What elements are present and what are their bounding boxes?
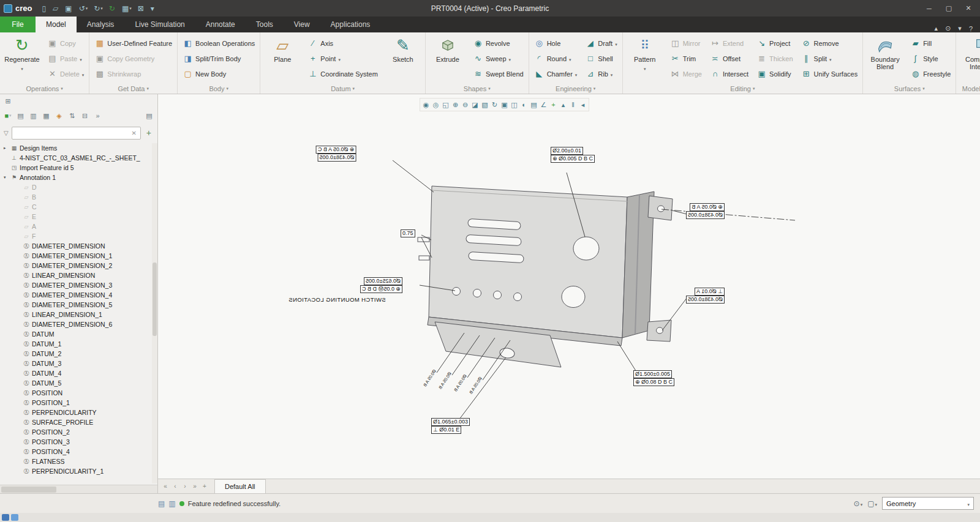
close-button[interactable]: ✕ — [960, 3, 976, 14]
save-button[interactable]: ▣ — [62, 2, 75, 15]
help-button[interactable]: ? — [969, 25, 973, 32]
first-view-button[interactable]: « — [160, 481, 170, 492]
group-label-editing[interactable]: Editing — [626, 84, 859, 94]
named-views-button[interactable]: ▣ — [500, 99, 509, 110]
tree-item-annotation[interactable]: Ⓐ DATUM_4 — [0, 368, 157, 378]
tree-item-annotation[interactable]: Ⓐ POSITION_3 — [0, 437, 157, 447]
group-label-engineering[interactable]: Engineering — [532, 84, 619, 94]
options-dropdown-button[interactable]: ▾ — [958, 24, 962, 32]
tree-item-datum-d[interactable]: ▱ D — [0, 182, 157, 192]
shell-button[interactable]: □Shell — [583, 51, 619, 66]
draft-button[interactable]: ◢Draft — [583, 35, 619, 51]
exit-button[interactable]: ◂ — [578, 99, 587, 110]
gdt-annotation[interactable]: ⊕ Ø0.05 A B Ø0.438±0.005 — [686, 203, 725, 219]
tree-item-datum-b[interactable]: ▱ B — [0, 192, 157, 202]
copy-geometry-button[interactable]: ▣Copy Geometry — [92, 51, 174, 66]
tab-model[interactable]: Model — [36, 17, 77, 32]
fill-button[interactable]: ▰Fill — [908, 35, 952, 51]
tree-item-datum-f[interactable]: ▱ F — [0, 231, 157, 241]
tree-item-annotation[interactable]: Ⓐ PERPENDICULARITY — [0, 408, 157, 417]
gdt-annotation[interactable]: Ø1.500±0.005 ⊕ Ø0.08 D B C — [633, 370, 674, 386]
tree-item-annotation[interactable]: Ⓐ FLATNESS — [0, 457, 157, 466]
datum-display-button[interactable]: ▤ — [529, 99, 538, 110]
window-gallery-button[interactable]: ▦▾ — [119, 2, 134, 15]
tree-vertical-scrollbar[interactable] — [152, 143, 157, 483]
plane-button[interactable]: ▱ Plane — [263, 34, 301, 63]
revolve-button[interactable]: ◉Revolve — [471, 35, 526, 51]
split-trim-body-button[interactable]: ◨Split/Trim Body — [181, 51, 257, 66]
chamfer-button[interactable]: ◣Chamfer — [532, 66, 579, 81]
remove-button[interactable]: ⊘Remove — [799, 35, 860, 51]
thicken-button[interactable]: ≣Thicken — [755, 51, 795, 66]
boundary-blend-button[interactable]: Boundary Blend — [866, 34, 904, 70]
mirror-button[interactable]: ◫Mirror — [668, 35, 704, 51]
tab-view[interactable]: View — [284, 17, 320, 32]
group-label-get-data[interactable]: Get Data — [92, 84, 174, 94]
tree-item-annotation[interactable]: Ⓐ DIAMETER_DIMENSION — [0, 241, 157, 251]
dimension-annotation[interactable]: 0.75 — [401, 229, 415, 237]
clear-search-icon[interactable]: ✕ — [130, 130, 137, 136]
cop​y-button[interactable]: ▣Copy — [45, 35, 86, 51]
tree-more-button[interactable]: » — [92, 110, 104, 122]
rib-button[interactable]: ⊿Rib — [583, 66, 619, 81]
tab-file[interactable]: File — [0, 17, 36, 32]
offset-button[interactable]: ≍Offset — [708, 51, 750, 66]
taskbar-app-icon[interactable] — [11, 514, 18, 521]
extend-button[interactable]: ↦Extend — [708, 35, 750, 51]
tree-item-annotation[interactable]: Ⓐ POSITION_1 — [0, 398, 157, 408]
tab-live-simulation[interactable]: Live Simulation — [124, 17, 195, 32]
round-button[interactable]: ◜Round — [532, 51, 579, 66]
tree-display-button[interactable]: ▤ — [15, 110, 26, 122]
tree-item-annotation[interactable]: Ⓐ DATUM_2 — [0, 349, 157, 359]
add-filter-button[interactable]: + — [144, 128, 154, 138]
trim-button[interactable]: ✂Trim — [668, 51, 704, 66]
delete-button[interactable]: ✕Delete — [45, 66, 86, 81]
tree-search-input[interactable] — [15, 129, 130, 136]
gdt-annotation[interactable]: Ø0.625±0.005 ⊕ 0.05Ⓜ D B C — [360, 277, 402, 293]
group-label-body[interactable]: Body — [181, 84, 257, 94]
tree-item-annotation[interactable]: Ⓐ LINEAR_DIMENSION — [0, 270, 157, 280]
hole-button[interactable]: ◎Hole — [532, 35, 579, 51]
repaint-button[interactable]: ◪ — [470, 99, 480, 110]
filter-funnel-icon[interactable]: ▽ — [4, 130, 9, 136]
tree-item-annotation[interactable]: Ⓐ DIAMETER_DIMENSION_6 — [0, 319, 157, 329]
tree-item-annotation-1[interactable]: ▾ ⚑ Annotation 1 — [0, 173, 157, 182]
tree-columns-button[interactable]: ▥ — [28, 110, 39, 122]
user-defined-feature-button[interactable]: ▦User-Defined Feature — [92, 35, 174, 51]
paste-button[interactable]: ▤Paste — [45, 51, 86, 66]
model-tree-select-button[interactable]: ■▾ — [2, 110, 13, 122]
tree-item-datum-a[interactable]: ▱ A — [0, 222, 157, 231]
tree-item-annotation[interactable]: Ⓐ DATUM — [0, 329, 157, 339]
taskbar-app-icon[interactable] — [2, 514, 9, 521]
group-label-datum[interactable]: Datum — [263, 84, 422, 94]
tab-tools[interactable]: Tools — [246, 17, 284, 32]
tree-item-import-feature[interactable]: ◳ Import Feature id 5 — [0, 163, 157, 173]
coordinate-system-button[interactable]: ⊥Coordinate System — [306, 66, 380, 81]
style-button[interactable]: ∫Style — [908, 51, 952, 66]
tree-item-annotation[interactable]: Ⓐ DIAMETER_DIMENSION_5 — [0, 300, 157, 310]
zoom-region-button[interactable]: ◱ — [441, 99, 450, 110]
tree-grid-button[interactable]: ▦ — [41, 110, 52, 122]
status-panel-icon[interactable]: ▤ — [158, 499, 165, 508]
tree-item-datum-c[interactable]: ▱ C — [0, 202, 157, 212]
sweep-button[interactable]: ∿Sweep — [471, 51, 526, 66]
group-label-model-intent[interactable]: Model Intent — [959, 84, 980, 94]
tree-shield-button[interactable]: ◈ — [54, 110, 65, 122]
selection-filter-select[interactable]: Geometry — [882, 497, 974, 510]
sketch-button[interactable]: ✎ Sketch — [384, 34, 422, 63]
display-style-button[interactable]: ▧ — [480, 99, 489, 110]
capture-button[interactable]: ◫ — [510, 99, 519, 110]
intersect-button[interactable]: ∩Intersect — [708, 66, 750, 81]
spin-center-button[interactable]: + — [549, 99, 558, 110]
refit-button[interactable]: ◉ — [421, 99, 431, 110]
customize-qat-button[interactable]: ▾ — [148, 2, 157, 15]
regenerate-button[interactable]: ↻ Regenerate — [3, 34, 41, 72]
unify-surfaces-button[interactable]: ⊞Unify Surfaces — [799, 66, 860, 81]
maximize-button[interactable]: ▢ — [941, 3, 957, 14]
minimize-button[interactable]: ─ — [921, 3, 937, 14]
group-label-surfaces[interactable]: Surfaces — [866, 84, 952, 94]
selection-box-button[interactable]: ▢ — [867, 499, 877, 508]
merge-button[interactable]: ⋈Merge — [668, 66, 704, 81]
tree-sort-button[interactable]: ⇅ — [67, 110, 78, 122]
tab-applications[interactable]: Applications — [320, 17, 381, 32]
